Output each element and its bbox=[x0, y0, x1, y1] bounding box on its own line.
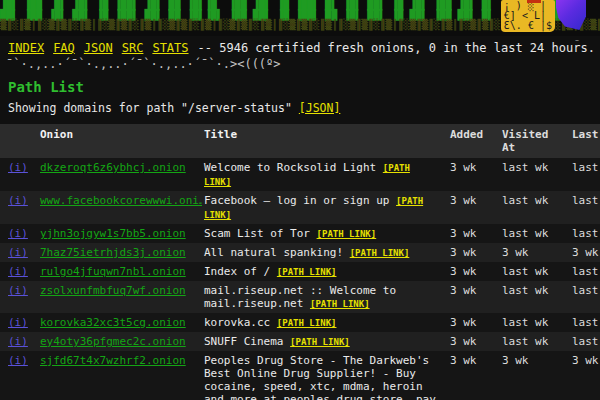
row-title: korovka.cc bbox=[204, 316, 270, 329]
visited-cell: last wk bbox=[500, 191, 570, 224]
table-row: (i) ey4oty36pfgmec2c.onion SNUFF Cinema … bbox=[0, 332, 600, 351]
info-link[interactable]: (i) bbox=[8, 265, 28, 278]
table-row: (i) zsolxunfmbfuq7wf.onion mail.riseup.n… bbox=[0, 281, 600, 313]
lastup-cell: last wk bbox=[570, 262, 600, 281]
lastup-cell: last wk bbox=[570, 313, 600, 332]
onion-link[interactable]: 7haz75ietrhjds3j.onion bbox=[40, 246, 186, 259]
row-title: Scam List of Tor bbox=[204, 227, 310, 240]
onion-link[interactable]: rulgo4jfuqwn7nbl.onion bbox=[40, 265, 186, 278]
path-list-table: Onion Title Added Visited At Last Up (i)… bbox=[0, 124, 600, 400]
info-link[interactable]: (i) bbox=[8, 284, 28, 297]
lastup-cell: last wk bbox=[570, 224, 600, 243]
added-cell: 3 wk bbox=[448, 281, 500, 313]
header-added: Added bbox=[448, 124, 500, 158]
lastup-cell: 3 wk bbox=[570, 243, 600, 262]
subtitle-text: Showing domains for path "/server-status… bbox=[8, 101, 292, 115]
nav-links: INDEXFAQJSONSRCSTATS bbox=[8, 41, 198, 55]
visited-cell: last wk bbox=[500, 313, 570, 332]
onion-link[interactable]: zsolxunfmbfuq7wf.onion bbox=[40, 284, 186, 297]
path-link[interactable]: [PATH LINK] bbox=[277, 267, 337, 277]
header-visited-at: Visited At bbox=[500, 124, 570, 158]
table-row: (i) www.facebookcorewwwi.oni… Facebook –… bbox=[0, 191, 600, 224]
visited-cell: 3 wk bbox=[500, 351, 570, 400]
nav-link-index[interactable]: INDEX bbox=[8, 41, 44, 55]
path-link[interactable]: [PATH LINK] bbox=[350, 248, 410, 258]
table-row: (i) 7haz75ietrhjds3j.onion All natural s… bbox=[0, 243, 600, 262]
added-cell: 3 wk bbox=[448, 158, 500, 191]
added-cell: 3 wk bbox=[448, 224, 500, 243]
visited-cell: last wk bbox=[500, 332, 570, 351]
header-onion: Onion bbox=[38, 124, 202, 158]
info-link[interactable]: (i) bbox=[8, 161, 28, 174]
row-title: Index of / bbox=[204, 265, 270, 278]
added-cell: 3 wk bbox=[448, 243, 500, 262]
onion-link[interactable]: ey4oty36pfgmec2c.onion bbox=[40, 335, 186, 348]
table-row: (i) dkzeroqt6z6ybhcj.onion Welcome to Ro… bbox=[0, 158, 600, 191]
header-title: Title bbox=[202, 124, 448, 158]
onion-link[interactable]: yjhn3ojgyw1s7bb5.onion bbox=[40, 227, 186, 240]
path-subtitle: Showing domains for path "/server-status… bbox=[8, 101, 600, 115]
table-row: (i) rulgo4jfuqwn7nbl.onion Index of / [P… bbox=[0, 262, 600, 281]
info-link[interactable]: (i) bbox=[8, 316, 28, 329]
added-cell: 3 wk bbox=[448, 262, 500, 281]
lastup-cell: last wk bbox=[570, 332, 600, 351]
onion-link[interactable]: korovka32xc3t5cg.onion bbox=[40, 316, 186, 329]
header-info bbox=[0, 124, 38, 158]
info-link[interactable]: (i) bbox=[8, 194, 28, 207]
main-nav: INDEXFAQJSONSRCSTATS-- 5946 certified fr… bbox=[8, 41, 600, 55]
corner-glyph: ⁻ bbox=[574, 38, 580, 48]
path-link[interactable]: [PATH LINK] bbox=[290, 337, 350, 347]
red-pixel-art bbox=[527, 0, 541, 3]
fish-ascii-art: ¯`·.,..·´¯`·.,..·´¯`·.,..·´¯`·.><(((º> bbox=[6, 58, 600, 71]
added-cell: 3 wk bbox=[448, 351, 500, 400]
path-link[interactable]: [PATH LINK] bbox=[277, 318, 337, 328]
table-row: (i) sjfd67t4x7wzhrf2.onion Peoples Drug … bbox=[0, 351, 600, 400]
onion-link[interactable]: sjfd67t4x7wzhrf2.onion bbox=[40, 354, 186, 367]
table-row: (i) korovka32xc3t5cg.onion korovka.cc [P… bbox=[0, 313, 600, 332]
info-link[interactable]: (i) bbox=[8, 335, 28, 348]
row-title: SNUFF Cinema bbox=[204, 335, 283, 348]
lastup-cell: last wk bbox=[570, 191, 600, 224]
table-row: (i) yjhn3ojgyw1s7bb5.onion Scam List of … bbox=[0, 224, 600, 243]
added-cell: 3 wk bbox=[448, 191, 500, 224]
nav-link-stats[interactable]: STATS bbox=[152, 41, 188, 55]
lastup-cell: 3 wk bbox=[570, 351, 600, 400]
onion-link[interactable]: dkzeroqt6z6ybhcj.onion bbox=[40, 161, 186, 174]
onion-link[interactable]: www.facebookcorewwwi.oni… bbox=[40, 194, 202, 207]
row-title: All natural spanking! bbox=[204, 246, 343, 259]
visited-cell: last wk bbox=[500, 281, 570, 313]
nav-link-faq[interactable]: FAQ bbox=[53, 41, 75, 55]
added-cell: 3 wk bbox=[448, 313, 500, 332]
table-header-row: Onion Title Added Visited At Last Up bbox=[0, 124, 600, 158]
info-link[interactable]: (i) bbox=[8, 354, 28, 367]
lastup-cell: last wk bbox=[570, 158, 600, 191]
lastup-cell: last wk bbox=[570, 281, 600, 313]
path-link[interactable]: [PATH LINK] bbox=[310, 299, 370, 309]
path-link[interactable]: [PATH LINK] bbox=[317, 229, 377, 239]
nav-link-json[interactable]: JSON bbox=[84, 41, 113, 55]
onion-logo-art: ¡ ) ░ | €] < L| Ɛ\. € |$ bbox=[501, 0, 555, 32]
onion-count-summary: -- 5946 certified fresh onions, 0 in the… bbox=[198, 41, 595, 55]
info-link[interactable]: (i) bbox=[8, 227, 28, 240]
row-title: Peoples Drug Store - The Darkweb's Best … bbox=[204, 354, 436, 400]
info-link[interactable]: (i) bbox=[8, 246, 28, 259]
page-title: Path List bbox=[8, 80, 600, 95]
row-title: Facebook – log in or sign up bbox=[204, 194, 389, 207]
banner-art: ▐█▌ ▐██ █▌ ▐█▌ ▐█ ▐██▌ ▐█▌ ██ ▐█▌▐█ ▐██ … bbox=[0, 0, 600, 36]
banner-corner-art: ¡ ) ░ | €] < L| Ɛ\. € |$ bbox=[501, 0, 586, 32]
added-cell: 3 wk bbox=[448, 332, 500, 351]
visited-cell: last wk bbox=[500, 158, 570, 191]
visited-cell: last wk bbox=[500, 262, 570, 281]
header-last-up: Last Up bbox=[570, 124, 600, 158]
row-title: Welcome to Rocksolid Light bbox=[204, 161, 376, 174]
purple-art-block bbox=[556, 0, 586, 30]
visited-cell: last wk bbox=[500, 224, 570, 243]
nav-link-src[interactable]: SRC bbox=[122, 41, 144, 55]
visited-cell: 3 wk bbox=[500, 243, 570, 262]
json-link[interactable]: [JSON] bbox=[299, 101, 341, 115]
